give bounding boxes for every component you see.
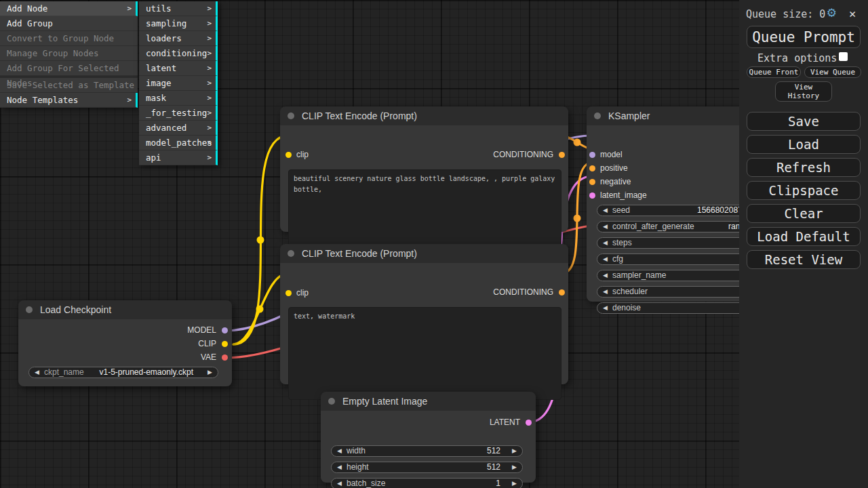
width-widget[interactable]: ◀ width 512 ▶ (331, 445, 523, 457)
menu-item-save-selected-as-template[interactable]: Save Selected as Template (0, 78, 138, 93)
node-ksampler[interactable]: KSampler model positive negative latent_… (587, 106, 760, 302)
positive-input-port[interactable] (589, 165, 595, 171)
menu-item-label: utils (146, 3, 172, 14)
menu-item-label: image (146, 78, 172, 88)
menu-item-add-node[interactable]: Add Node > (0, 1, 138, 16)
node-load-checkpoint[interactable]: Load Checkpoint MODEL CLIP VAE ◀ ckpt_na… (18, 300, 232, 386)
node-clip-text-encode-2[interactable]: CLIP Text Encode (Prompt) clip CONDITION… (280, 244, 568, 384)
prompt-textarea[interactable]: beautiful scenery nature glass bottle la… (288, 169, 561, 249)
decrement-arrow-icon[interactable]: ◀ (603, 222, 608, 232)
collapse-dot-icon[interactable] (594, 113, 601, 119)
model-input-port[interactable] (589, 152, 595, 158)
save-button[interactable]: Save (747, 112, 861, 131)
negative-input-port[interactable] (589, 179, 595, 185)
widget-value: 1566802087 (697, 205, 743, 216)
decrement-arrow-icon[interactable]: ◀ (337, 462, 342, 472)
submenu-arrow-icon: > (207, 76, 212, 91)
clip-input-port[interactable] (285, 290, 292, 296)
widget-label: steps (612, 238, 632, 248)
queue-front-button[interactable]: Queue Front (747, 66, 801, 78)
output-label: CLIP (198, 340, 216, 348)
node-title-bar[interactable]: KSampler (587, 106, 760, 125)
reset-view-button[interactable]: Reset View (747, 250, 861, 269)
ckpt-name-widget[interactable]: ◀ ckpt_name v1-5-pruned-emaonly.ckpt ▶ (28, 367, 218, 378)
submenu-item-image[interactable]: image > (139, 76, 218, 91)
refresh-button[interactable]: Refresh (747, 158, 861, 177)
submenu-item-for-testing[interactable]: _for_testing > (139, 106, 218, 121)
settings-gear-icon[interactable]: ⚙ (827, 4, 836, 20)
denoise-widget[interactable]: ◀ denoise (597, 302, 763, 314)
decrement-arrow-icon[interactable]: ◀ (603, 238, 608, 248)
node-clip-text-encode-1[interactable]: CLIP Text Encode (Prompt) clip CONDITION… (280, 106, 568, 232)
close-icon[interactable]: ✕ (849, 7, 856, 20)
batch-size-widget[interactable]: ◀ batch_size 1 ▶ (331, 478, 523, 488)
increment-arrow-icon[interactable]: ▶ (512, 446, 517, 456)
submenu-item-advanced[interactable]: advanced > (139, 121, 218, 136)
submenu-arrow-icon: > (207, 1, 212, 16)
widget-label: control_after_generate (612, 222, 694, 232)
submenu-item-api[interactable]: api > (139, 150, 218, 165)
collapse-dot-icon[interactable] (328, 398, 335, 405)
collapse-dot-icon[interactable] (288, 250, 294, 257)
decrement-arrow-icon[interactable]: ◀ (603, 270, 608, 281)
load-default-button[interactable]: Load Default (747, 227, 861, 246)
view-queue-button[interactable]: View Queue (804, 66, 861, 78)
menu-item-manage-group-nodes[interactable]: Manage Group Nodes (0, 46, 138, 61)
prev-option-arrow-icon[interactable]: ◀ (35, 367, 39, 378)
scheduler-widget[interactable]: ◀ scheduler (597, 286, 763, 298)
clip-output-port[interactable] (222, 341, 228, 347)
widget-label: seed (612, 205, 630, 216)
node-title-bar[interactable]: CLIP Text Encode (Prompt) (280, 244, 568, 263)
cfg-widget[interactable]: ◀ cfg (597, 253, 763, 265)
node-title-bar[interactable]: Load Checkpoint (18, 300, 232, 319)
submenu-item-loaders[interactable]: loaders > (139, 31, 218, 46)
seed-widget[interactable]: ◀ seed 1566802087 (597, 205, 763, 216)
menu-item-label: sampling (146, 18, 186, 28)
submenu-item-mask[interactable]: mask > (139, 91, 218, 106)
model-output-port[interactable] (222, 327, 228, 333)
widget-label: sampler_name (612, 270, 666, 281)
node-title: CLIP Text Encode (Prompt) (302, 110, 417, 121)
latent-image-input-port[interactable] (589, 192, 595, 199)
menu-item-add-group[interactable]: Add Group (0, 16, 138, 31)
load-button[interactable]: Load (747, 135, 861, 154)
extra-options-checkbox[interactable] (839, 52, 848, 61)
node-title-bar[interactable]: CLIP Text Encode (Prompt) (280, 106, 568, 125)
decrement-arrow-icon[interactable]: ◀ (337, 479, 342, 488)
view-history-button[interactable]: View History (775, 81, 832, 102)
collapse-dot-icon[interactable] (26, 306, 33, 313)
decrement-arrow-icon[interactable]: ◀ (337, 446, 342, 456)
sampler-name-widget[interactable]: ◀ sampler_name (597, 270, 763, 281)
increment-arrow-icon[interactable]: ▶ (512, 462, 517, 472)
node-title-bar[interactable]: Empty Latent Image (321, 392, 536, 411)
menu-item-add-group-for-selected-nodes[interactable]: Add Group For Selected Nodes (0, 61, 138, 76)
submenu-arrow-icon: > (207, 121, 212, 136)
submenu-item-model-patches[interactable]: model_patches > (139, 136, 218, 150)
clear-button[interactable]: Clear (747, 204, 861, 223)
height-widget[interactable]: ◀ height 512 ▶ (331, 462, 523, 473)
menu-item-convert-to-group-node[interactable]: Convert to Group Node (0, 31, 138, 46)
queue-prompt-button[interactable]: Queue Prompt (747, 26, 861, 48)
conditioning-output-port[interactable] (559, 152, 565, 158)
clipspace-button[interactable]: Clipspace (747, 181, 861, 200)
node-empty-latent-image[interactable]: Empty Latent Image LATENT ◀ width 512 ▶ … (321, 392, 536, 483)
clip-input-port[interactable] (285, 152, 292, 158)
decrement-arrow-icon[interactable]: ◀ (603, 205, 608, 216)
decrement-arrow-icon[interactable]: ◀ (603, 303, 608, 313)
vae-output-port[interactable] (222, 354, 228, 361)
decrement-arrow-icon[interactable]: ◀ (603, 254, 608, 264)
prompt-textarea[interactable]: text, watermark (288, 307, 561, 400)
control-after-generate-widget[interactable]: ◀ control_after_generate randomize (597, 221, 763, 232)
decrement-arrow-icon[interactable]: ◀ (603, 287, 608, 297)
submenu-item-sampling[interactable]: sampling > (139, 16, 218, 31)
conditioning-output-port[interactable] (559, 289, 565, 296)
steps-widget[interactable]: ◀ steps (597, 237, 763, 249)
increment-arrow-icon[interactable]: ▶ (512, 479, 517, 488)
next-option-arrow-icon[interactable]: ▶ (208, 367, 212, 378)
menu-item-node-templates[interactable]: Node Templates > (0, 93, 138, 108)
submenu-item-utils[interactable]: utils > (139, 1, 218, 16)
submenu-item-conditioning[interactable]: conditioning > (139, 46, 218, 61)
submenu-item-latent[interactable]: latent > (139, 61, 218, 76)
collapse-dot-icon[interactable] (288, 113, 294, 119)
latent-output-port[interactable] (526, 420, 532, 426)
